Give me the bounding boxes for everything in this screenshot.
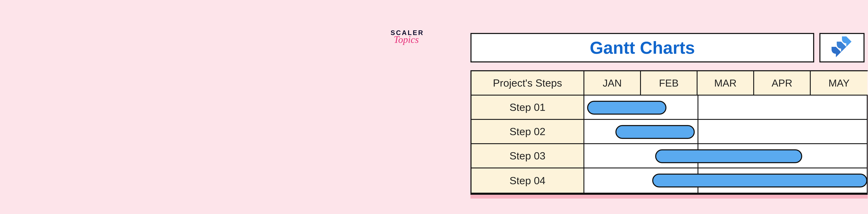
logo-line-2: Topics <box>394 36 432 43</box>
table-row: Step 03 <box>471 144 868 168</box>
header-row: Project's Steps JAN FEB MAR APR MAY <box>471 71 868 96</box>
timeline-cell <box>584 96 868 119</box>
gantt-table: Project's Steps JAN FEB MAR APR MAY Step… <box>470 70 868 194</box>
month-header: FEB <box>641 71 698 95</box>
gridline <box>698 96 699 119</box>
timeline-cell <box>584 120 868 143</box>
month-header: APR <box>754 71 811 95</box>
gantt-bar <box>655 149 802 163</box>
timeline-cell <box>584 168 868 193</box>
gridline <box>867 96 868 119</box>
gridline <box>867 120 868 143</box>
table-row: Step 02 <box>471 120 868 144</box>
jira-icon <box>828 34 856 62</box>
gridline <box>698 120 699 143</box>
gridline <box>867 144 868 168</box>
step-label: Step 02 <box>471 120 584 143</box>
gantt-bar <box>652 174 867 187</box>
timeline-cell <box>584 144 868 168</box>
table-row: Step 01 <box>471 96 868 120</box>
title-row: Gantt Charts <box>470 33 868 63</box>
table-row: Step 04 <box>471 168 868 193</box>
step-label: Step 04 <box>471 168 584 193</box>
steps-header: Project's Steps <box>471 71 584 95</box>
month-header: MAR <box>698 71 754 95</box>
jira-logo-box <box>819 33 865 63</box>
step-label: Step 03 <box>471 144 584 168</box>
month-header: JAN <box>584 71 641 95</box>
title-box: Gantt Charts <box>470 33 814 63</box>
gantt-panel: Gantt Charts Project's Steps JAN FEB MAR… <box>470 33 868 199</box>
step-label: Step 01 <box>471 96 584 119</box>
gantt-bar <box>615 125 694 139</box>
month-header: MAY <box>811 71 867 95</box>
footer-accent <box>470 194 868 199</box>
scaler-topics-logo: SCALER Topics <box>391 30 432 43</box>
gantt-bar <box>587 101 666 115</box>
chart-title: Gantt Charts <box>590 38 695 58</box>
